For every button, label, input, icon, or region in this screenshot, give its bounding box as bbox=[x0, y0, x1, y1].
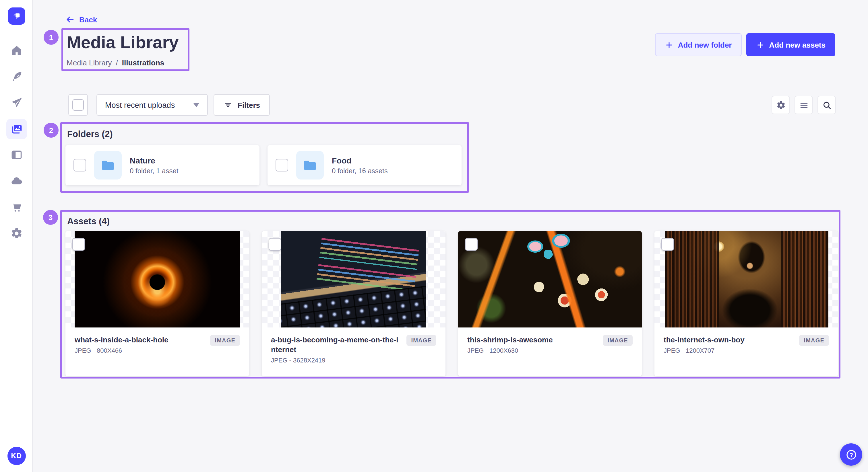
sort-select-value: Most recent uploads bbox=[105, 101, 175, 109]
asset-text: what-s-inside-a-black-hole JPEG - 800X46… bbox=[74, 335, 205, 354]
sidebar-item-settings[interactable] bbox=[6, 223, 27, 243]
view-actions bbox=[772, 96, 836, 114]
header-actions: Add new folder Add new assets bbox=[655, 33, 835, 56]
strapi-logo[interactable] bbox=[8, 7, 25, 25]
filters-button[interactable]: Filters bbox=[214, 94, 270, 116]
sidebar-item-marketplace[interactable] bbox=[6, 197, 27, 217]
home-icon bbox=[10, 44, 23, 57]
asset-card-bug-meme[interactable]: a-bug-is-becoming-a-meme-on-the-internet… bbox=[262, 231, 445, 376]
folder-tile bbox=[94, 151, 122, 179]
asset-type-badge: IMAGE bbox=[603, 335, 632, 346]
gear-icon bbox=[10, 227, 23, 239]
sidebar-item-home[interactable] bbox=[6, 40, 27, 61]
breadcrumb-current: Illustrations bbox=[122, 59, 164, 67]
search-button[interactable] bbox=[817, 96, 836, 114]
add-new-folder-label: Add new folder bbox=[678, 40, 732, 49]
asset-thumbnail-area bbox=[262, 231, 445, 328]
folder-meta: 0 folder, 16 assets bbox=[332, 167, 388, 175]
asset-thumbnail-library bbox=[664, 231, 828, 328]
svg-text:?: ? bbox=[849, 452, 853, 458]
asset-info: a-bug-is-becoming-a-meme-on-the-internet… bbox=[262, 328, 445, 364]
breadcrumb-parent[interactable]: Media Library bbox=[67, 59, 112, 67]
breadcrumb-separator: / bbox=[116, 59, 118, 67]
folder-meta: 0 folder, 1 asset bbox=[130, 167, 178, 175]
media-library-icon bbox=[10, 123, 23, 135]
user-avatar[interactable]: KD bbox=[7, 447, 26, 465]
asset-thumbnail-black-hole bbox=[74, 231, 240, 328]
sidebar-nav bbox=[6, 40, 27, 243]
asset-meta: JPEG - 1200X630 bbox=[467, 347, 597, 354]
plus-icon bbox=[665, 40, 673, 49]
folders-heading: Folders (2) bbox=[67, 129, 113, 139]
layout-icon bbox=[10, 148, 23, 161]
gear-icon bbox=[776, 100, 786, 110]
list-icon bbox=[799, 100, 809, 110]
asset-checkbox[interactable] bbox=[72, 238, 85, 250]
back-arrow-icon bbox=[65, 15, 74, 24]
view-settings-button[interactable] bbox=[772, 96, 790, 114]
filter-icon bbox=[223, 100, 232, 109]
asset-card-shrimp[interactable]: this-shrimp-is-awesome JPEG - 1200X630 I… bbox=[458, 231, 642, 376]
media-library-page: KD Back 1 Media Library Media Library / … bbox=[0, 0, 868, 472]
asset-type-badge: IMAGE bbox=[210, 335, 240, 346]
feather-icon bbox=[10, 70, 23, 83]
add-new-assets-button[interactable]: Add new assets bbox=[746, 33, 835, 56]
folder-icon bbox=[100, 158, 115, 173]
sidebar-item-releases[interactable] bbox=[6, 92, 27, 113]
asset-info: the-internet-s-own-boy JPEG - 1200X707 I… bbox=[654, 328, 838, 354]
asset-meta: JPEG - 3628X2419 bbox=[271, 357, 401, 364]
asset-checkbox[interactable] bbox=[269, 238, 281, 250]
section-divider bbox=[65, 201, 838, 201]
asset-thumbnail-shrimp bbox=[458, 231, 642, 328]
select-all-card bbox=[68, 94, 88, 116]
folder-name: Food bbox=[332, 156, 388, 165]
cart-icon bbox=[10, 201, 23, 213]
paper-plane-icon bbox=[10, 96, 23, 109]
breadcrumb: Media Library / Illustrations bbox=[67, 59, 164, 67]
chevron-down-icon bbox=[193, 103, 199, 107]
sort-select[interactable]: Most recent uploads bbox=[96, 94, 208, 116]
sidebar: KD bbox=[0, 0, 33, 472]
asset-text: a-bug-is-becoming-a-meme-on-the-internet… bbox=[271, 335, 401, 364]
folder-icon bbox=[303, 158, 317, 173]
folder-checkbox[interactable] bbox=[73, 159, 86, 171]
add-new-assets-label: Add new assets bbox=[769, 40, 826, 49]
asset-type-badge: IMAGE bbox=[799, 335, 829, 346]
search-icon bbox=[822, 100, 832, 110]
help-button[interactable]: ? bbox=[840, 443, 862, 466]
asset-type-badge: IMAGE bbox=[406, 335, 436, 346]
annotation-step-2: 2 bbox=[43, 123, 59, 138]
folder-name: Nature bbox=[130, 156, 178, 165]
asset-info: this-shrimp-is-awesome JPEG - 1200X630 I… bbox=[458, 328, 642, 354]
annotation-step-3: 3 bbox=[43, 210, 58, 225]
cloud-icon bbox=[10, 175, 23, 187]
asset-checkbox[interactable] bbox=[465, 238, 477, 250]
asset-checkbox[interactable] bbox=[661, 238, 674, 250]
assets-heading: Assets (4) bbox=[67, 216, 110, 227]
asset-card-black-hole[interactable]: what-s-inside-a-black-hole JPEG - 800X46… bbox=[65, 231, 249, 376]
back-link[interactable]: Back bbox=[65, 15, 97, 24]
sidebar-divider bbox=[0, 33, 32, 33]
folder-text: Nature 0 folder, 1 asset bbox=[130, 156, 178, 175]
sidebar-item-media-library[interactable] bbox=[6, 119, 27, 139]
asset-title: a-bug-is-becoming-a-meme-on-the-internet bbox=[271, 335, 401, 355]
asset-meta: JPEG - 800X466 bbox=[74, 347, 205, 354]
add-new-folder-button[interactable]: Add new folder bbox=[655, 33, 742, 56]
folder-tile bbox=[296, 151, 324, 179]
folder-card-food[interactable]: Food 0 folder, 16 assets bbox=[268, 145, 462, 185]
sidebar-item-layout[interactable] bbox=[6, 144, 27, 165]
asset-info: what-s-inside-a-black-hole JPEG - 800X46… bbox=[65, 328, 249, 354]
asset-meta: JPEG - 1200X707 bbox=[663, 347, 794, 354]
folder-card-nature[interactable]: Nature 0 folder, 1 asset bbox=[65, 145, 259, 185]
annotation-step-1: 1 bbox=[43, 30, 59, 45]
sidebar-item-cloud[interactable] bbox=[6, 171, 27, 191]
asset-thumbnail-area bbox=[65, 231, 249, 328]
asset-thumbnail-area bbox=[654, 231, 838, 328]
asset-thumbnail-code-laptop bbox=[281, 231, 426, 328]
sidebar-item-content-builder[interactable] bbox=[6, 66, 27, 87]
list-view-button[interactable] bbox=[795, 96, 813, 114]
select-all-checkbox[interactable] bbox=[72, 99, 84, 111]
folder-checkbox[interactable] bbox=[276, 159, 288, 171]
back-label: Back bbox=[79, 15, 97, 24]
asset-card-internet-own-boy[interactable]: the-internet-s-own-boy JPEG - 1200X707 I… bbox=[654, 231, 838, 376]
